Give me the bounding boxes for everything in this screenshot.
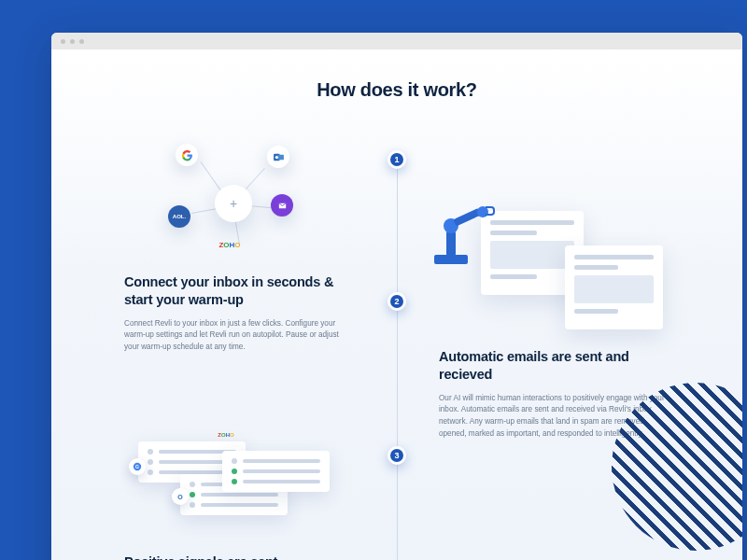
- timeline-line: [397, 152, 398, 560]
- timeline-badge-3: 3: [388, 446, 406, 465]
- svg-point-2: [275, 155, 277, 158]
- placeholder-line: [490, 274, 537, 279]
- aol-icon: AOL.: [168, 205, 190, 228]
- outlook-icon: [267, 146, 289, 168]
- step-1-heading: Connect your inbox in seconds & start yo…: [124, 273, 344, 309]
- placeholder-line: [490, 220, 574, 225]
- step-1: Connect your inbox in seconds & start yo…: [124, 273, 344, 354]
- connector-line: [201, 161, 222, 191]
- placeholder-image: [574, 275, 654, 303]
- step-3-heading: Positive signals are sent: [124, 553, 344, 560]
- placeholder-line: [574, 265, 618, 270]
- google-icon: G: [129, 458, 146, 475]
- placeholder-image: [490, 241, 574, 269]
- placeholder-line: [574, 255, 654, 259]
- step-1-body: Connect Revli to your inbox in just a fe…: [124, 318, 344, 354]
- window-dot: [70, 39, 75, 44]
- zoho-icon: ZOHO: [218, 233, 241, 256]
- placeholder-line: [490, 231, 537, 235]
- timeline-badge-1: 1: [388, 150, 406, 169]
- zoho-icon: ZOHO: [218, 427, 234, 443]
- outlook-icon: O: [172, 488, 189, 505]
- timeline-badge-2: 2: [388, 292, 406, 311]
- placeholder-line: [574, 309, 618, 314]
- browser-window: How does it work? 1 2 3 + AOL.: [51, 33, 742, 560]
- landing-section: How does it work? 1 2 3 + AOL.: [51, 49, 742, 560]
- page-background: How does it work? 1 2 3 + AOL.: [0, 0, 747, 560]
- step-3: Positive signals are sent: [124, 553, 344, 560]
- google-icon: [176, 144, 198, 166]
- document-card: [565, 245, 663, 329]
- illustration-inbox-list: G ZOHO O: [129, 423, 353, 549]
- step-2-heading: Automatic emails are sent and recieved: [439, 348, 668, 384]
- illustration-connect-hub: + AOL. ZOHO: [149, 138, 317, 259]
- svg-text:G: G: [135, 464, 139, 469]
- mail-icon: [271, 194, 293, 217]
- hub-center-icon: +: [215, 185, 252, 222]
- svg-rect-1: [277, 154, 284, 159]
- robot-arm-icon: [434, 255, 468, 264]
- browser-chrome: [51, 33, 742, 49]
- illustration-automation: [425, 203, 668, 343]
- list-card: [222, 451, 330, 492]
- window-dot: [79, 39, 84, 44]
- section-title: How does it work?: [51, 79, 742, 101]
- window-dot: [61, 39, 65, 44]
